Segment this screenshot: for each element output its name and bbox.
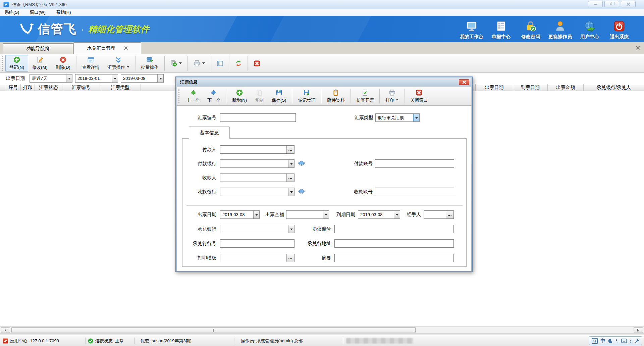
ime-keyboard-icon[interactable] <box>621 339 627 343</box>
simulate-invoice-button[interactable]: 仿真开票 <box>352 88 378 104</box>
dialog-titlebar[interactable]: 汇票信息 <box>177 78 471 87</box>
date-to-combo[interactable]: 2019-03-08 <box>121 74 164 83</box>
column-header-accept-bank[interactable]: 承兑银行/承兑人 <box>584 84 644 91</box>
accept-bank-no-input[interactable] <box>220 240 294 247</box>
combo-dropdown-icon <box>288 225 294 233</box>
nav-switch-operator[interactable]: 更换操作员 <box>545 19 575 40</box>
payer-bank-book-icon[interactable] <box>298 159 306 167</box>
print-template-input[interactable] <box>220 254 286 262</box>
ime-logo-icon[interactable]: Q <box>592 338 598 344</box>
tab-acceptance-bill-management[interactable]: 承兑汇票管理 <box>73 42 141 54</box>
menu-bar: 系统(S) 窗口(W) 帮助(H) <box>0 9 644 16</box>
payee-bank-book-icon[interactable] <box>298 188 306 195</box>
ime-fullhalf-moon-icon[interactable] <box>608 339 613 343</box>
summary-input[interactable] <box>335 254 453 262</box>
new-button[interactable]: 新增(N) <box>228 88 251 104</box>
combo-value <box>220 160 288 167</box>
bill-type-label: 汇票类型 <box>336 113 373 122</box>
refresh-button[interactable] <box>231 55 246 72</box>
delete-button[interactable]: 删除(D) <box>52 55 74 72</box>
date-from-combo[interactable]: 2019-03-01 <box>75 74 118 83</box>
toolbar-separator <box>292 89 292 103</box>
combo-dropdown-icon <box>66 75 72 82</box>
ime-settings-wrench-icon[interactable] <box>635 339 639 343</box>
payee-input[interactable] <box>220 174 286 182</box>
agreement-no-input[interactable] <box>335 225 453 233</box>
menu-help[interactable]: 帮助(H) <box>52 9 76 16</box>
payer-input[interactable] <box>220 146 286 153</box>
payer-account-input[interactable] <box>375 160 454 167</box>
tab-close-icon[interactable] <box>124 46 128 50</box>
nav-document-center[interactable]: 单据中心 <box>486 19 516 40</box>
previous-button[interactable]: 上一个 <box>182 88 203 104</box>
redacted-text <box>346 338 413 344</box>
scrollbar-thumb[interactable] <box>11 327 416 333</box>
combo-dropdown-icon <box>288 188 294 196</box>
column-header-seq[interactable]: 序号 <box>6 84 21 91</box>
modify-button[interactable]: 修改(M) <box>28 55 52 72</box>
print-button[interactable] <box>190 55 209 72</box>
dialog-close-button[interactable] <box>459 79 469 85</box>
print-template-lookup-button[interactable]: … <box>286 254 294 262</box>
nav-exit-system[interactable]: 退出系统 <box>604 19 634 40</box>
column-header-bill-type[interactable]: 汇票类型 <box>100 84 141 91</box>
next-button[interactable]: 下一个 <box>203 88 224 104</box>
column-header-amount[interactable]: 出票金额 <box>548 84 584 91</box>
payee-bank-combo[interactable] <box>220 188 294 196</box>
button-label: 打印 <box>385 97 394 103</box>
view-detail-button[interactable]: 查看详情 <box>78 55 104 72</box>
accept-bank-addr-input[interactable] <box>335 240 453 247</box>
handler-input[interactable] <box>424 211 446 218</box>
menu-system[interactable]: 系统(S) <box>0 9 24 16</box>
dialog-print-button[interactable]: 打印 <box>381 88 402 104</box>
toolbar-separator <box>164 56 165 71</box>
register-button[interactable]: 登记(N) <box>5 55 28 72</box>
bill-operations-button[interactable]: 汇票操作 <box>104 55 133 72</box>
ime-toolbox-icon[interactable]: ↕ <box>630 338 632 344</box>
columns-button[interactable] <box>213 55 227 72</box>
save-button[interactable]: 保存(S) <box>268 88 290 104</box>
close-tab-button[interactable] <box>250 55 264 72</box>
ime-punctuation-toggle[interactable]: °, <box>615 339 618 343</box>
menu-window[interactable]: 窗口(W) <box>25 9 50 16</box>
column-header-issue-date[interactable]: 出票日期 <box>476 84 513 91</box>
bill-type-combo[interactable]: 银行承兑汇票 <box>375 113 420 122</box>
button-label: 仿真开票 <box>356 97 374 103</box>
close-window-button[interactable] <box>621 1 636 7</box>
nav-my-workbench[interactable]: 我的工作台 <box>457 19 486 40</box>
toolbar-grip[interactable] <box>178 89 180 103</box>
minimize-button[interactable] <box>588 1 603 7</box>
brand-dot: · <box>81 23 84 35</box>
tab-function-navigator[interactable]: 功能导航窗 <box>3 43 73 54</box>
payer-bank-combo[interactable] <box>220 159 294 168</box>
ime-language-toggle[interactable]: 中 <box>600 338 605 344</box>
payee-account-input[interactable] <box>375 188 454 196</box>
column-header-bill-no[interactable]: 汇票编号 <box>62 84 100 91</box>
accept-bank-combo[interactable] <box>220 225 294 233</box>
nav-user-center[interactable]: 用户中心 <box>575 19 604 40</box>
post-voucher-button[interactable]: 转记凭证 <box>294 88 319 104</box>
horizontal-scrollbar[interactable] <box>0 326 644 333</box>
date-range-preset-combo[interactable]: 最近7天 <box>30 74 72 83</box>
column-header-due-date[interactable]: 到票日期 <box>513 84 548 91</box>
payee-lookup-button[interactable]: … <box>286 174 294 182</box>
toolbar-grip[interactable] <box>2 56 3 71</box>
column-header-bill-status[interactable]: 汇票状态 <box>35 84 62 91</box>
close-dialog-button[interactable]: 关闭窗口 <box>406 88 432 104</box>
payer-lookup-button[interactable]: … <box>286 146 294 153</box>
tabstrip-close-icon[interactable] <box>635 45 641 50</box>
scroll-left-button[interactable] <box>1 327 10 333</box>
bill-no-input[interactable] <box>220 114 296 121</box>
nav-change-password[interactable]: 修改密码 <box>516 19 545 40</box>
account-set-status: 账套: susan(2019年第3期) <box>141 335 192 346</box>
button-label-wrap: 汇票操作 <box>108 64 129 70</box>
column-header-print[interactable]: 打印 <box>21 84 35 91</box>
export-button[interactable] <box>166 55 186 72</box>
tab-basic-info[interactable]: 基本信息 <box>189 127 230 139</box>
batch-operations-button[interactable]: 批量操作 <box>137 55 163 72</box>
scroll-right-button[interactable] <box>634 327 643 333</box>
attachments-button[interactable]: 附件资料 <box>323 88 348 104</box>
restore-button[interactable] <box>604 1 619 7</box>
handler-lookup-button[interactable]: … <box>446 211 453 218</box>
statusbar-separator <box>234 338 234 344</box>
